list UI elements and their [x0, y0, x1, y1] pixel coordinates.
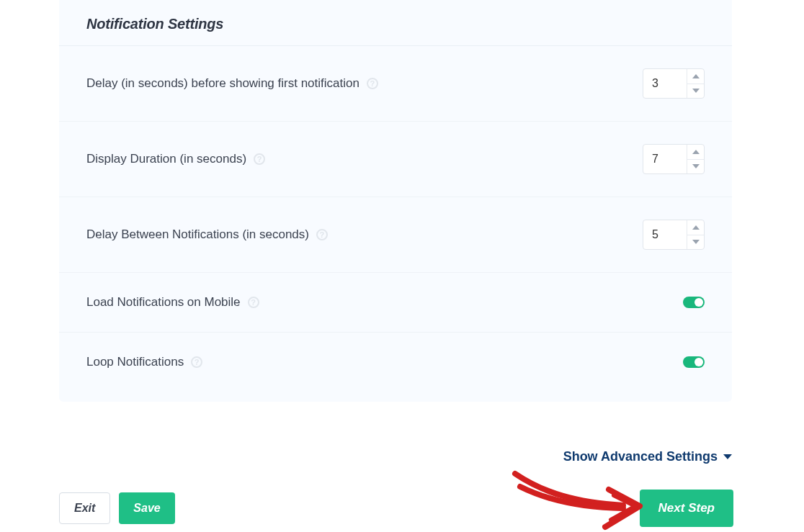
help-icon[interactable] [316, 229, 328, 240]
setting-label-text: Delay (in seconds) before showing first … [86, 76, 359, 91]
setting-label: Loop Notifications [86, 355, 202, 369]
left-actions: Exit Save [59, 492, 175, 524]
setting-label: Delay Between Notifications (in seconds) [86, 227, 328, 242]
notification-settings-panel: Notification Settings Delay (in seconds)… [59, 0, 732, 402]
setting-row-display-duration: Display Duration (in seconds) [59, 122, 732, 197]
advanced-link-text: Show Advanced Settings [563, 449, 718, 464]
number-input-delay-first[interactable] [643, 68, 705, 99]
spinner [687, 69, 704, 98]
setting-row-mobile: Load Notifications on Mobile [59, 273, 732, 333]
settings-list: Delay (in seconds) before showing first … [59, 46, 732, 402]
setting-row-delay-between: Delay Between Notifications (in seconds) [59, 197, 732, 273]
panel-title: Notification Settings [86, 16, 705, 32]
setting-row-loop: Loop Notifications [59, 333, 732, 392]
number-field[interactable] [643, 69, 687, 98]
setting-label-text: Loop Notifications [86, 355, 184, 369]
chevron-down-icon[interactable] [687, 84, 704, 99]
setting-label: Delay (in seconds) before showing first … [86, 76, 378, 91]
help-icon[interactable] [254, 153, 265, 165]
toggle-loop[interactable] [683, 356, 705, 368]
save-button[interactable]: Save [119, 492, 174, 524]
number-input-display-duration[interactable] [643, 144, 705, 174]
number-field[interactable] [643, 145, 687, 173]
setting-row-delay-first: Delay (in seconds) before showing first … [59, 46, 732, 122]
chevron-up-icon[interactable] [687, 69, 704, 84]
exit-button[interactable]: Exit [59, 492, 110, 524]
chevron-down-icon[interactable] [687, 160, 704, 174]
panel-header: Notification Settings [59, 0, 732, 46]
chevron-down-icon[interactable] [687, 235, 704, 250]
chevron-up-icon[interactable] [687, 220, 704, 235]
next-step-button[interactable]: Next Step [640, 490, 733, 527]
help-icon[interactable] [248, 297, 259, 308]
setting-label-text: Delay Between Notifications (in seconds) [86, 227, 309, 242]
setting-label-text: Display Duration (in seconds) [86, 152, 246, 166]
setting-label: Display Duration (in seconds) [86, 152, 265, 166]
action-bar: Exit Save Next Step [59, 490, 733, 527]
setting-label-text: Load Notifications on Mobile [86, 295, 241, 310]
setting-label: Load Notifications on Mobile [86, 295, 259, 310]
help-icon[interactable] [191, 356, 202, 368]
number-field[interactable] [643, 220, 687, 249]
help-icon[interactable] [367, 78, 378, 89]
spinner [687, 220, 704, 249]
caret-down-icon [723, 454, 732, 459]
chevron-up-icon[interactable] [687, 145, 704, 160]
number-input-delay-between[interactable] [643, 220, 705, 250]
toggle-mobile[interactable] [683, 297, 705, 308]
show-advanced-settings-link[interactable]: Show Advanced Settings [563, 449, 732, 464]
spinner [687, 145, 704, 173]
